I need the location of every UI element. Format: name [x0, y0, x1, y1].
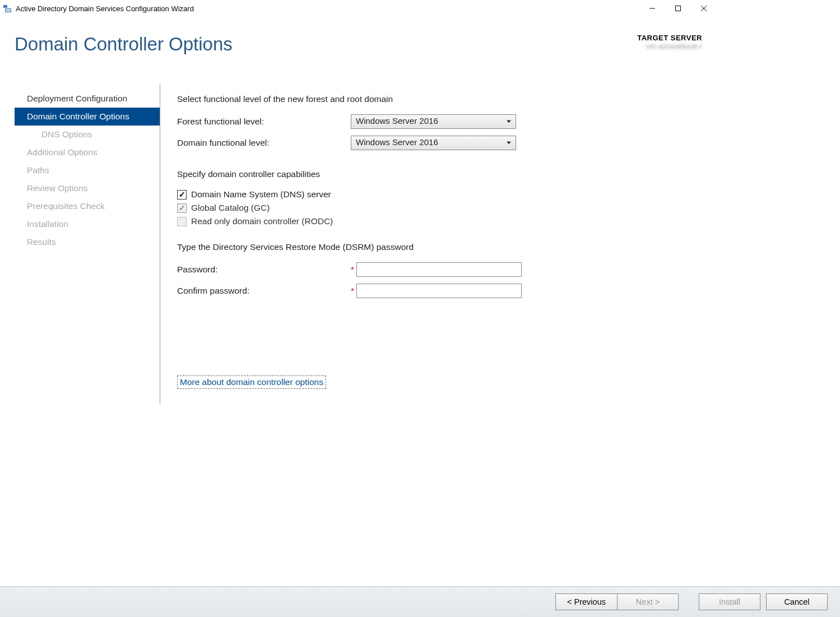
page-title: Domain Controller Options — [15, 34, 233, 55]
step-paths[interactable]: Paths — [15, 161, 160, 179]
rodc-checkbox — [177, 217, 187, 226]
required-asterisk-icon: * — [351, 265, 354, 275]
step-deployment-configuration[interactable]: Deployment Configuration — [15, 90, 160, 108]
svg-rect-2 — [6, 9, 11, 12]
step-results[interactable]: Results — [15, 233, 160, 251]
titlebar: Active Directory Domain Services Configu… — [0, 0, 717, 17]
rodc-checkbox-label: Read only domain controller (RODC) — [191, 216, 333, 226]
password-input[interactable] — [356, 262, 522, 277]
svg-rect-0 — [3, 5, 7, 8]
dns-server-checkbox[interactable] — [177, 190, 187, 200]
svg-rect-4 — [676, 6, 681, 11]
functional-level-heading: Select functional level of the new fores… — [177, 94, 702, 104]
domain-functional-level-dropdown[interactable]: Windows Server 2016 — [351, 136, 516, 150]
window-title: Active Directory Domain Services Configu… — [16, 4, 639, 13]
global-catalog-checkbox-label: Global Catalog (GC) — [191, 203, 270, 213]
target-server-value: vm-azcookbook-r — [637, 42, 702, 50]
confirm-password-input[interactable] — [356, 284, 522, 298]
capabilities-heading: Specify domain controller capabilities — [177, 169, 702, 179]
domain-functional-level-label: Domain functional level: — [177, 138, 351, 148]
app-icon — [3, 4, 12, 13]
password-label: Password: — [177, 265, 351, 275]
confirm-password-label: Confirm password: — [177, 286, 351, 296]
step-dns-options[interactable]: DNS Options — [15, 126, 160, 143]
global-catalog-checkbox — [177, 203, 187, 213]
maximize-button[interactable] — [665, 0, 691, 17]
wizard-steps-sidebar: Deployment Configuration Domain Controll… — [15, 84, 160, 403]
minimize-button[interactable] — [639, 0, 665, 17]
dns-server-checkbox-label: Domain Name System (DNS) server — [191, 189, 331, 200]
required-asterisk-icon: * — [351, 286, 354, 296]
wizard-content: Select functional level of the new fores… — [160, 84, 702, 403]
forest-functional-level-dropdown[interactable]: Windows Server 2016 — [351, 114, 516, 129]
step-domain-controller-options[interactable]: Domain Controller Options — [15, 108, 160, 126]
more-about-link[interactable]: More about domain controller options — [177, 375, 326, 389]
step-installation[interactable]: Installation — [15, 215, 160, 233]
target-server-label: TARGET SERVER — [637, 34, 702, 42]
target-server-box: TARGET SERVER vm-azcookbook-r — [637, 34, 702, 50]
step-prerequisites-check[interactable]: Prerequisites Check — [15, 197, 160, 215]
step-additional-options[interactable]: Additional Options — [15, 143, 160, 161]
close-button[interactable] — [691, 0, 717, 17]
step-review-options[interactable]: Review Options — [15, 179, 160, 197]
dsrm-heading: Type the Directory Services Restore Mode… — [177, 242, 702, 252]
forest-functional-level-label: Forest functional level: — [177, 117, 351, 127]
